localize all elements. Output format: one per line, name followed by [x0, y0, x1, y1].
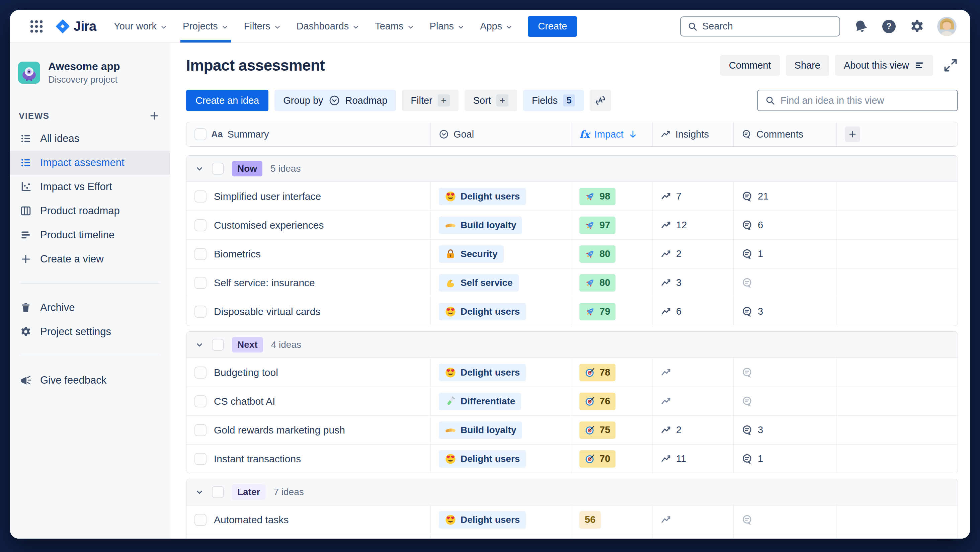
column-header-insights[interactable]: Insights — [653, 122, 733, 146]
jira-logo[interactable]: Jira — [56, 19, 96, 34]
impact-value-chip[interactable]: 78 — [579, 364, 616, 381]
goal-value-chip[interactable]: Delight users — [439, 303, 526, 320]
goal-value-chip[interactable]: Delight users — [439, 511, 526, 528]
impact-value-chip[interactable]: 76 — [579, 393, 616, 410]
notifications-icon[interactable] — [853, 19, 868, 34]
collapse-group-icon[interactable] — [195, 340, 204, 349]
nav-item-plans[interactable]: Plans — [422, 10, 473, 43]
row-checkbox[interactable] — [194, 305, 207, 318]
goal-value-chip[interactable]: Build loyalty — [439, 422, 522, 439]
collapse-group-icon[interactable] — [195, 164, 204, 173]
about-this-view-button[interactable]: About this view — [835, 55, 933, 76]
row-checkbox[interactable] — [194, 277, 207, 289]
column-header-goal[interactable]: Goal — [431, 122, 571, 146]
group-select-checkbox[interactable] — [212, 339, 224, 351]
impact-value-chip[interactable]: 70 — [579, 450, 616, 468]
filter-button[interactable]: Filter + — [402, 90, 458, 111]
goal-value-chip[interactable]: Delight users — [439, 364, 526, 381]
select-all-checkbox[interactable] — [194, 128, 207, 140]
settings-icon[interactable] — [910, 19, 924, 34]
insights-count: 2 — [676, 248, 681, 259]
table-row[interactable] — [186, 534, 958, 539]
table-row[interactable]: Budgeting toolDelight users78 — [186, 358, 958, 387]
comment-button[interactable]: Comment — [720, 55, 780, 76]
table-row[interactable]: Customised experiencesBuild loyalty97126 — [186, 210, 958, 239]
create-idea-button[interactable]: Create an idea — [186, 90, 269, 111]
sidebar-item-give-feedback[interactable]: Give feedback — [10, 368, 170, 392]
add-column-button[interactable] — [845, 127, 860, 142]
column-header-comments[interactable]: Comments — [733, 122, 837, 146]
create-button[interactable]: Create — [528, 16, 577, 37]
row-checkbox[interactable] — [194, 367, 207, 379]
nav-item-your-work[interactable]: Your work — [106, 10, 175, 43]
sidebar-item-impact-assesment[interactable]: Impact assesment — [10, 151, 170, 175]
impact-value-chip[interactable]: 80 — [579, 274, 616, 291]
row-checkbox[interactable] — [194, 219, 207, 231]
group-by-button[interactable]: Group by Roadmap — [274, 90, 396, 111]
goal-value-chip[interactable]: Differentiate — [439, 393, 521, 410]
row-checkbox[interactable] — [194, 453, 207, 465]
row-checkbox[interactable] — [194, 395, 207, 407]
table-row[interactable]: Disposable virtual cardsDelight users796… — [186, 297, 958, 326]
share-button[interactable]: Share — [786, 55, 829, 76]
nav-item-teams[interactable]: Teams — [367, 10, 422, 43]
table-row[interactable]: Instant transactionsDelight users70111 — [186, 444, 958, 473]
find-idea-input[interactable]: Find an idea in this view — [757, 90, 958, 111]
summary-cell: Disposable virtual cards — [186, 297, 431, 326]
sidebar-item-all-ideas[interactable]: All ideas — [10, 127, 170, 151]
impact-value-chip[interactable]: 75 — [579, 422, 616, 439]
impact-value-chip[interactable]: 80 — [579, 245, 616, 263]
app-switcher-icon[interactable] — [29, 19, 44, 34]
table-row[interactable]: CS chatbot AIDifferentiate76 — [186, 387, 958, 415]
table-row[interactable]: Automated tasksDelight users56 — [186, 505, 958, 534]
impact-value-chip[interactable]: 98 — [579, 188, 616, 205]
sidebar-item-impact-vs-effort[interactable]: Impact vs Effort — [10, 175, 170, 199]
impact-value-chip[interactable]: 79 — [579, 303, 616, 320]
goal-value-chip[interactable]: Build loyalty — [439, 216, 522, 234]
table-row[interactable]: BiometricsSecurity8021 — [186, 239, 958, 268]
impact-value-chip[interactable]: 97 — [579, 216, 616, 234]
goal-value-chip[interactable]: Self service — [439, 274, 519, 291]
table-row[interactable]: Gold rewards marketing pushBuild loyalty… — [186, 415, 958, 444]
sort-az-button[interactable] — [590, 90, 611, 111]
sidebar-item-archive[interactable]: Archive — [10, 296, 170, 320]
user-avatar[interactable] — [937, 17, 956, 36]
sidebar-item-product-timeline[interactable]: Product timeline — [10, 223, 170, 247]
sidebar-item-project-settings[interactable]: Project settings — [10, 320, 170, 344]
summary-cell: Customised experiences — [186, 211, 431, 239]
nav-item-filters[interactable]: Filters — [236, 10, 289, 43]
goal-value-chip[interactable]: Delight users — [439, 450, 526, 468]
group-select-checkbox[interactable] — [212, 486, 224, 498]
project-header[interactable]: Awesome app Discovery project — [10, 60, 170, 85]
impact-value-chip[interactable]: 56 — [579, 511, 601, 528]
sort-button[interactable]: Sort + — [465, 90, 517, 111]
fields-button[interactable]: Fields 5 — [523, 90, 584, 111]
divider — [20, 283, 160, 283]
table-row[interactable]: Self service: insuranceSelf service803 — [186, 268, 958, 297]
comments-cell: 21 — [733, 182, 837, 210]
global-search-input[interactable]: Search — [680, 16, 840, 37]
column-header-impact[interactable]: fxImpact — [571, 122, 653, 146]
goal-value-chip[interactable]: Delight users — [439, 188, 526, 205]
table-row[interactable]: Simplified user interfaceDelight users98… — [186, 182, 958, 210]
column-header-summary[interactable]: AaSummary — [186, 122, 431, 146]
row-checkbox[interactable] — [194, 514, 207, 526]
goal-label: Security — [461, 249, 498, 259]
summary-cell: Self service: insurance — [186, 269, 431, 297]
comments-count: 3 — [758, 306, 763, 317]
collapse-group-icon[interactable] — [195, 488, 204, 496]
group-select-checkbox[interactable] — [212, 163, 224, 175]
nav-item-dashboards[interactable]: Dashboards — [289, 10, 367, 43]
row-checkbox[interactable] — [194, 248, 207, 260]
help-icon[interactable]: ? — [881, 19, 896, 34]
row-checkbox[interactable] — [194, 424, 207, 436]
goal-value-chip[interactable]: Security — [439, 245, 504, 263]
sidebar-item-create-a-view[interactable]: Create a view — [10, 247, 170, 271]
row-checkbox[interactable] — [194, 191, 207, 202]
sidebar-item-product-roadmap[interactable]: Product roadmap — [10, 199, 170, 223]
board-icon — [20, 205, 32, 216]
nav-item-apps[interactable]: Apps — [472, 10, 520, 43]
expand-icon[interactable] — [943, 58, 958, 73]
nav-item-projects[interactable]: Projects — [175, 10, 236, 43]
add-view-icon[interactable] — [149, 110, 160, 121]
